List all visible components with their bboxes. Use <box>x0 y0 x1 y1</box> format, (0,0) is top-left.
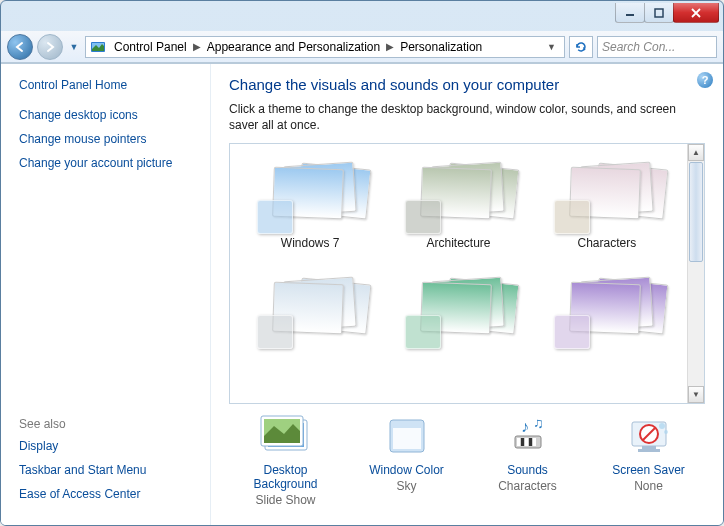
search-input[interactable]: Search Con... <box>597 36 717 58</box>
scroll-up-button[interactable]: ▲ <box>688 144 704 161</box>
sidebar-link-account-picture[interactable]: Change your account picture <box>19 156 200 170</box>
forward-button[interactable] <box>37 34 63 60</box>
breadcrumb-item[interactable]: Control Panel <box>110 38 191 56</box>
minimize-button[interactable] <box>615 3 645 23</box>
setting-value: Characters <box>498 479 557 493</box>
setting-value: None <box>634 479 663 493</box>
search-placeholder: Search Con... <box>602 40 675 54</box>
back-button[interactable] <box>7 34 33 60</box>
theme-item[interactable] <box>384 260 532 368</box>
scroll-track[interactable] <box>688 263 704 386</box>
window-color-chip <box>554 200 590 234</box>
svg-rect-14 <box>521 438 524 446</box>
svg-point-24 <box>664 430 668 434</box>
theme-label: Architecture <box>426 236 490 250</box>
history-dropdown[interactable]: ▼ <box>67 38 81 56</box>
screen-saver-setting[interactable]: Screen SaverNone <box>594 414 704 507</box>
desktop-background-icon <box>259 414 313 458</box>
see-also-taskbar[interactable]: Taskbar and Start Menu <box>19 463 200 477</box>
svg-rect-19 <box>642 446 656 449</box>
sounds-setting[interactable]: ♪♫SoundsCharacters <box>473 414 583 507</box>
scroll-thumb[interactable] <box>689 162 703 262</box>
close-button[interactable] <box>673 3 719 23</box>
control-panel-home-link[interactable]: Control Panel Home <box>19 78 200 92</box>
svg-text:♫: ♫ <box>533 415 544 431</box>
sidebar: Control Panel Home Change desktop icons … <box>1 64 211 525</box>
theme-item[interactable]: Windows 7 <box>236 152 384 260</box>
window-color-icon <box>380 414 434 458</box>
svg-rect-16 <box>529 438 532 446</box>
setting-value: Sky <box>396 479 416 493</box>
setting-label: Sounds <box>507 463 548 477</box>
scroll-down-button[interactable]: ▼ <box>688 386 704 403</box>
svg-point-23 <box>659 423 665 429</box>
window-color-setting[interactable]: Window ColorSky <box>352 414 462 507</box>
nav-toolbar: ▼ Control Panel ▶ Appearance and Persona… <box>1 31 723 63</box>
window: ▼ Control Panel ▶ Appearance and Persona… <box>0 0 724 526</box>
maximize-button[interactable] <box>644 3 674 23</box>
window-color-chip <box>405 315 441 349</box>
theme-thumbnail <box>403 277 513 347</box>
scrollbar[interactable]: ▲ ▼ <box>687 144 704 403</box>
see-also-header: See also <box>19 417 200 431</box>
theme-item[interactable] <box>236 260 384 368</box>
settings-row: Desktop BackgroundSlide ShowWindow Color… <box>229 404 705 513</box>
theme-thumbnail <box>255 277 365 347</box>
theme-thumbnail <box>403 162 513 232</box>
refresh-button[interactable] <box>569 36 593 58</box>
window-color-chip <box>554 315 590 349</box>
themes-listbox: Windows 7ArchitectureCharacters ▲ ▼ <box>229 143 705 404</box>
see-also-display[interactable]: Display <box>19 439 200 453</box>
theme-thumbnail <box>552 277 662 347</box>
main-pane: ? Change the visuals and sounds on your … <box>211 64 723 525</box>
personalization-icon <box>90 39 106 55</box>
svg-rect-15 <box>525 438 528 446</box>
chevron-right-icon[interactable]: ▶ <box>191 41 203 52</box>
svg-text:♪: ♪ <box>521 418 529 435</box>
sidebar-link-mouse-pointers[interactable]: Change mouse pointers <box>19 132 200 146</box>
desktop-background-setting[interactable]: Desktop BackgroundSlide Show <box>231 414 341 507</box>
themes-grid: Windows 7ArchitectureCharacters <box>230 144 687 403</box>
theme-label: Characters <box>577 236 636 250</box>
window-color-chip <box>257 200 293 234</box>
content-area: Control Panel Home Change desktop icons … <box>1 63 723 525</box>
window-color-chip <box>405 200 441 234</box>
theme-item[interactable]: Architecture <box>384 152 532 260</box>
sounds-icon: ♪♫ <box>501 414 555 458</box>
breadcrumb-item[interactable]: Appearance and Personalization <box>203 38 384 56</box>
svg-rect-17 <box>533 438 536 446</box>
theme-thumbnail <box>255 162 365 232</box>
page-description: Click a theme to change the desktop back… <box>229 101 705 133</box>
sidebar-link-desktop-icons[interactable]: Change desktop icons <box>19 108 200 122</box>
address-bar[interactable]: Control Panel ▶ Appearance and Personali… <box>85 36 565 58</box>
page-heading: Change the visuals and sounds on your co… <box>229 76 705 93</box>
window-color-chip <box>257 315 293 349</box>
svg-rect-1 <box>655 9 663 17</box>
setting-label: Screen Saver <box>612 463 685 477</box>
breadcrumb-item[interactable]: Personalization <box>396 38 486 56</box>
svg-rect-13 <box>517 438 520 446</box>
titlebar[interactable] <box>1 1 723 31</box>
svg-rect-0 <box>626 14 634 16</box>
theme-label: Windows 7 <box>281 236 340 250</box>
setting-label: Desktop Background <box>231 463 341 491</box>
svg-rect-9 <box>393 428 421 449</box>
help-icon[interactable]: ? <box>697 72 713 88</box>
see-also-ease-of-access[interactable]: Ease of Access Center <box>19 487 200 501</box>
setting-label: Window Color <box>369 463 444 477</box>
address-dropdown[interactable]: ▼ <box>541 42 562 52</box>
theme-thumbnail <box>552 162 662 232</box>
theme-item[interactable]: Characters <box>533 152 681 260</box>
theme-item[interactable] <box>533 260 681 368</box>
setting-value: Slide Show <box>255 493 315 507</box>
chevron-right-icon[interactable]: ▶ <box>384 41 396 52</box>
svg-rect-20 <box>638 449 660 452</box>
screen-saver-icon <box>622 414 676 458</box>
